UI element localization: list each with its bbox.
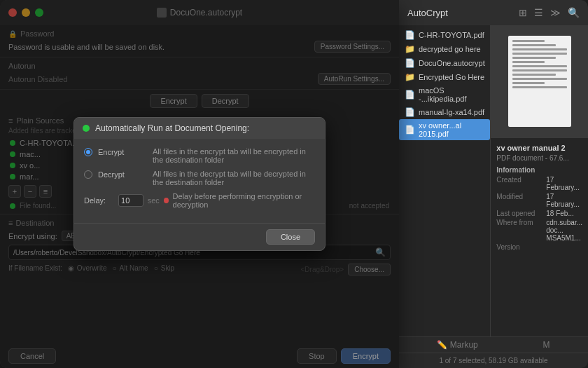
preview-pane: xv owner manual 2 PDF document - 67.6...… [491,25,588,336]
modal-encrypt-row: Encrypt All files in the encrypt tab wil… [84,147,315,164]
pdf-icon: 📄 [405,30,415,40]
info-row: Where from cdn.subar... doc... MSA5M1... [496,219,582,242]
decrypt-radio[interactable] [84,170,92,179]
right-panel: AutoCrypt ⊞ ☰ ≫ 🔍 📄 C-HR-TOYOTA.pdf 📁 de… [399,0,588,368]
folder-icon: 📁 [405,44,415,54]
app-container: DocuOne.autocrypt 🔒 Password Password is… [0,0,588,368]
info-row: Last opened 18 Feb... [496,210,582,217]
finder-status-bar: 1 of 7 selected, 58.19 GB available [399,353,588,368]
info-row: Created 17 February... [496,176,582,191]
doc-icon: 📄 [405,58,415,68]
list-item[interactable]: 📄 manual-lg-xa14.pdf [399,105,490,119]
left-panel: DocuOne.autocrypt 🔒 Password Password is… [0,0,399,368]
preview-title: xv owner manual 2 [496,144,582,152]
list-item[interactable]: 📄 macOS -...ikipedia.pdf [399,84,490,105]
list-icon[interactable]: ☰ [534,7,543,18]
close-modal-button[interactable]: Close [266,229,315,245]
modal-title: Automatically Run at Document Opening: [95,123,249,133]
encrypt-radio[interactable] [84,148,92,156]
pdf-icon: 📄 [405,107,415,117]
list-item[interactable]: 📄 xv owner...al 2015.pdf [399,119,490,140]
info-row: Modified 17 February... [496,193,582,208]
folder-icon: 📁 [405,72,415,82]
delay-input[interactable] [118,194,144,207]
modal-title-bar: Automatically Run at Document Opening: [74,118,325,139]
more-icon[interactable]: ≫ [550,7,561,18]
finder-title-bar: AutoCrypt ⊞ ☰ ≫ 🔍 [399,0,588,25]
preview-image [491,25,588,137]
list-item[interactable]: 📄 DocuOne.autocrypt [399,56,490,70]
search-icon[interactable]: 🔍 [568,7,580,18]
modal-overlay: Automatically Run at Document Opening: E… [0,0,399,368]
list-item[interactable]: 📁 Encrypted Go Here [399,70,490,84]
pdf-icon: 📄 [405,90,415,100]
more-icon[interactable]: M [543,340,550,350]
modal-body: Encrypt All files in the encrypt tab wil… [74,139,325,223]
finder-title: AutoCrypt [407,8,448,18]
modal-status-dot [83,125,90,132]
delay-row: Delay: sec Delay before performing encry… [84,192,315,209]
list-item[interactable]: 📄 C-HR-TOYOTA.pdf [399,28,490,42]
delay-indicator [164,198,169,203]
modal-footer: Close [74,223,325,250]
finder-content: 📄 C-HR-TOYOTA.pdf 📁 decrypted go here 📄 … [399,25,588,336]
info-pane: xv owner manual 2 PDF document - 67.6...… [491,137,588,258]
modal-decrypt-row: Decrypt All files in the decrypt tab wil… [84,170,315,186]
list-item[interactable]: 📁 decrypted go here [399,42,490,56]
finder-bottom-bar: ✏️ Markup M [399,336,588,353]
markup-icon[interactable]: ✏️ Markup [437,340,477,350]
information-label: Information [496,166,582,174]
info-row: Version [496,243,582,251]
pdf-preview [508,36,571,127]
grid-icon[interactable]: ⊞ [519,7,527,18]
file-pane: 📄 C-HR-TOYOTA.pdf 📁 decrypted go here 📄 … [399,25,491,336]
pdf-icon: 📄 [405,125,415,135]
preview-subtitle: PDF document - 67.6... [496,154,582,162]
finder-toolbar: ⊞ ☰ ≫ 🔍 [519,7,580,18]
autorun-modal: Automatically Run at Document Opening: E… [74,117,326,251]
